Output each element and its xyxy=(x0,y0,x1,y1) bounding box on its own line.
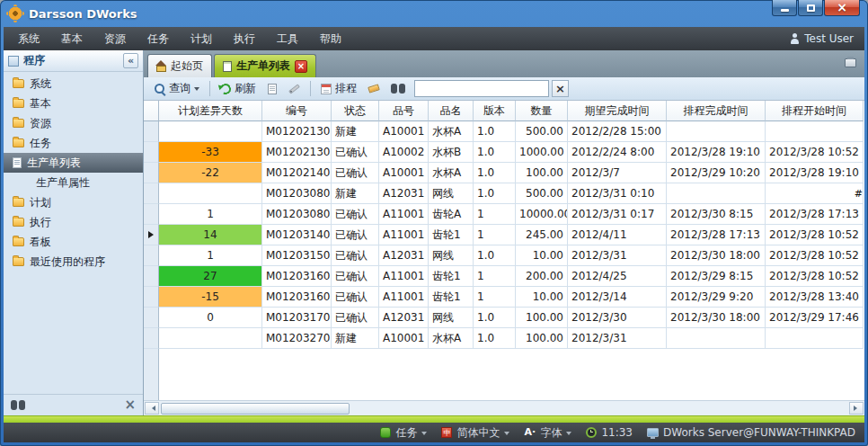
column-header-no[interactable]: 编号 xyxy=(262,101,332,121)
status-tasks[interactable]: 任务 xyxy=(380,425,427,441)
sidebar-title: 程序 xyxy=(23,53,45,68)
minimize-button[interactable] xyxy=(772,0,797,16)
maximize-button[interactable] xyxy=(798,0,823,16)
row-indicator[interactable] xyxy=(144,163,159,183)
status-font[interactable]: 字体 xyxy=(524,425,571,441)
find-button[interactable] xyxy=(386,82,410,95)
column-header-diff[interactable]: 计划差异天数 xyxy=(159,101,262,121)
bottom-accent-strip xyxy=(4,415,864,423)
eraser-button[interactable] xyxy=(364,84,384,94)
scroll-left-button[interactable] xyxy=(145,402,159,415)
sidebar-item-label: 任务 xyxy=(30,136,51,151)
menu-item[interactable]: 执行 xyxy=(223,27,266,50)
menu-item[interactable]: 工具 xyxy=(266,27,309,50)
sidebar-item[interactable]: 系统 xyxy=(4,74,143,94)
scrollbar-thumb[interactable] xyxy=(161,403,350,415)
cell-sched_end: 2012/3/29 8:15 xyxy=(667,266,766,287)
table-row[interactable]: M012032701新建A10001水杯A1.0100.002012/3/31 xyxy=(144,328,864,349)
sidebar-item[interactable]: 看板 xyxy=(4,232,143,252)
titlebar[interactable]: Darsson DWorks xyxy=(0,0,868,27)
tab[interactable]: 起始页 xyxy=(147,54,212,77)
row-indicator[interactable] xyxy=(144,245,159,266)
cell-item_name: 网线 xyxy=(429,308,474,328)
table-row[interactable]: M012030801新建A12031网线1.0500.002012/3/31 0… xyxy=(144,183,864,204)
table-row[interactable]: -33M012021302已确认A10002水杯B1.01000.002012/… xyxy=(144,142,864,163)
sidebar-item[interactable]: 生产单列表 xyxy=(4,153,143,173)
horizontal-scrollbar[interactable] xyxy=(144,400,864,415)
clear-search-button[interactable] xyxy=(552,80,569,97)
column-header-sched_end[interactable]: 排程完成时间 xyxy=(667,101,766,121)
status-server: DWorks Server@FUNWAY-THINKPAD xyxy=(647,426,855,439)
scroll-right-button[interactable] xyxy=(849,402,864,415)
refresh-button[interactable]: 刷新 xyxy=(216,79,261,98)
column-header-item_no[interactable]: 品号 xyxy=(379,101,429,121)
sidebar-item[interactable]: 计划 xyxy=(4,192,143,212)
column-header-due[interactable]: 期望完成时间 xyxy=(568,101,667,121)
row-indicator[interactable] xyxy=(144,183,159,204)
tab[interactable]: 生产单列表 xyxy=(214,54,316,77)
table-row[interactable]: 0M012031701已确认A12031网线1.0100.002012/3/30… xyxy=(144,308,864,328)
table-row[interactable]: M012021301新建A10001水杯A1.0500.002012/2/28 … xyxy=(144,121,864,142)
row-indicator[interactable] xyxy=(144,308,159,328)
menu-item[interactable]: 任务 xyxy=(137,27,180,50)
schedule-button[interactable]: 排程 xyxy=(316,79,361,98)
pin-icon[interactable] xyxy=(845,58,856,67)
tasks-icon xyxy=(380,427,391,438)
row-indicator[interactable] xyxy=(144,287,159,308)
table-row[interactable]: 14M012031402已确认A11001齿轮11245.002012/4/11… xyxy=(144,225,864,245)
table-row[interactable]: -22M012021401已确认A10001水杯A1.0100.002012/3… xyxy=(144,163,864,183)
cell-due: 2012/3/30 xyxy=(568,308,667,328)
sidebar-item[interactable]: 基本 xyxy=(4,94,143,113)
menu-item[interactable]: 计划 xyxy=(180,27,223,50)
cell-due: 2012/3/14 xyxy=(568,287,667,308)
menu-item[interactable]: 资源 xyxy=(93,27,137,50)
column-header-item_name[interactable]: 品名 xyxy=(429,101,474,121)
binoculars-icon[interactable] xyxy=(11,400,25,410)
table-row[interactable]: 1M012031501已确认A12031网线1.010.002012/3/312… xyxy=(144,245,864,266)
language-icon xyxy=(441,427,452,438)
row-indicator[interactable] xyxy=(144,121,159,142)
menu-item[interactable]: 系统 xyxy=(7,27,50,50)
column-header-qty[interactable]: 数量 xyxy=(516,101,568,121)
table-row[interactable]: 27M012031601已确认A11001齿轮11200.002012/4/25… xyxy=(144,266,864,287)
cell-due: 2012/3/31 0:17 xyxy=(568,204,667,225)
row-indicator[interactable] xyxy=(144,266,159,287)
column-header-sched_start[interactable]: 排程开始时间 xyxy=(766,101,864,121)
maximize-icon xyxy=(807,4,815,12)
row-indicator[interactable] xyxy=(144,225,159,245)
status-language[interactable]: 简体中文 xyxy=(441,425,509,441)
grid-edge-marker: # xyxy=(855,188,863,200)
cell-item_no: A12031 xyxy=(379,308,429,328)
sidebar-item[interactable]: 执行 xyxy=(4,212,143,232)
table-row[interactable]: -15M012031602已确认A11001齿轮1110.002012/3/14… xyxy=(144,287,864,308)
query-button[interactable]: 查询 xyxy=(149,79,204,98)
status-time-value: 11:33 xyxy=(601,426,633,439)
cell-diff: -22 xyxy=(159,163,262,183)
new-button[interactable] xyxy=(263,82,281,96)
column-header-status[interactable]: 状态 xyxy=(332,101,379,121)
row-indicator[interactable] xyxy=(144,142,159,163)
search-input[interactable] xyxy=(414,80,549,97)
sidebar-item[interactable]: 生产单属性 xyxy=(4,173,143,192)
collapse-sidebar-button[interactable] xyxy=(123,53,138,68)
edit-button[interactable] xyxy=(284,85,305,93)
cell-diff: 14 xyxy=(159,225,262,245)
close-tab-icon[interactable] xyxy=(295,60,307,73)
row-indicator[interactable] xyxy=(144,204,159,225)
sidebar-item-label: 执行 xyxy=(30,215,51,230)
user-area[interactable]: Test User xyxy=(790,32,861,45)
table-row[interactable]: 1M012030802已确认A11001齿轮A110000.002012/3/3… xyxy=(144,204,864,225)
sidebar-item-label: 最近使用的程序 xyxy=(30,254,105,270)
sidebar-item[interactable]: 资源 xyxy=(4,113,143,133)
column-header-version[interactable]: 版本 xyxy=(474,101,516,121)
close-button[interactable] xyxy=(824,0,860,16)
menu-item[interactable]: 帮助 xyxy=(309,27,352,50)
menu-item[interactable]: 基本 xyxy=(50,27,93,50)
close-search-icon[interactable] xyxy=(124,398,136,412)
app-window: Darsson DWorks 系统基本资源任务计划执行工具帮助 Test Use… xyxy=(0,0,868,446)
row-indicator[interactable] xyxy=(144,328,159,349)
cell-sched_end: 2012/3/29 10:20 xyxy=(667,163,766,183)
cell-diff: 27 xyxy=(159,266,262,287)
sidebar-item[interactable]: 任务 xyxy=(4,133,143,153)
sidebar-item[interactable]: 最近使用的程序 xyxy=(4,252,143,272)
